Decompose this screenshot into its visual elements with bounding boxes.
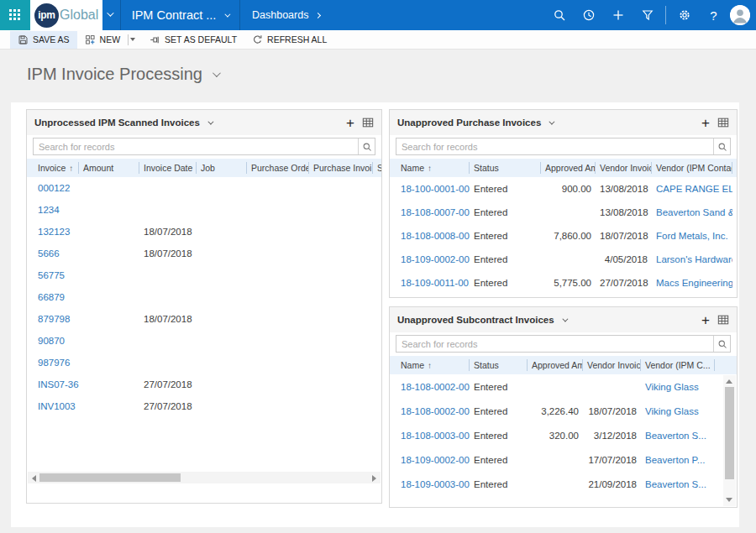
table-row[interactable]: 18-109-0003-001 (E...Entered21/09/2018Be… bbox=[396, 472, 724, 496]
panel-title[interactable]: Unapproved Purchase Invoices bbox=[397, 118, 541, 128]
column-header[interactable]: Approved Am... bbox=[541, 162, 596, 174]
column-header[interactable]: Status bbox=[470, 162, 541, 174]
column-header[interactable]: Purchase Invoi... bbox=[309, 162, 373, 174]
column-header[interactable]: Invoice Date bbox=[139, 162, 197, 174]
table-row[interactable]: 1234 bbox=[34, 199, 381, 221]
chevron-down-icon[interactable] bbox=[562, 316, 568, 321]
record-link[interactable]: 18-108-0002-004 (W... bbox=[396, 406, 470, 416]
record-link[interactable]: 18-108-0007-001 (C... bbox=[396, 207, 470, 217]
chevron-down-icon[interactable] bbox=[107, 9, 113, 16]
table-row[interactable]: INV100327/07/2018 bbox=[34, 395, 381, 417]
search-input[interactable] bbox=[396, 138, 731, 155]
add-record-icon[interactable]: + bbox=[701, 313, 710, 327]
record-link[interactable]: Beaverton Sand & G... bbox=[652, 207, 732, 217]
record-link[interactable]: Viking Glass bbox=[641, 406, 715, 416]
scrollbar-thumb[interactable] bbox=[39, 473, 181, 482]
table-row[interactable]: 000122 bbox=[34, 177, 381, 199]
search-icon[interactable] bbox=[713, 138, 730, 154]
table-row[interactable]: INS07-3627/07/2018 bbox=[34, 374, 381, 395]
table-row[interactable]: 18-108-0002-003 (W...EnteredViking Glass bbox=[396, 374, 724, 399]
open-grid-icon[interactable] bbox=[362, 117, 374, 128]
table-row[interactable]: 56775 bbox=[34, 264, 381, 286]
horizontal-scrollbar[interactable] bbox=[28, 472, 381, 483]
record-link[interactable]: 879798 bbox=[34, 314, 79, 324]
record-link[interactable]: 18-108-0003-001 (E... bbox=[396, 431, 470, 441]
record-link[interactable]: 66879 bbox=[34, 292, 79, 302]
settings-gear-icon[interactable] bbox=[669, 0, 699, 30]
table-row[interactable]: 987976 bbox=[34, 352, 381, 374]
scroll-down-arrow[interactable] bbox=[726, 498, 732, 502]
column-header[interactable]: Approved Am... bbox=[528, 359, 583, 371]
column-header[interactable]: Vendor (IPM Contact) (... bbox=[652, 162, 732, 174]
table-row[interactable]: 18-109-0002-001 (P...Entered17/07/2018Be… bbox=[396, 447, 724, 472]
record-link[interactable]: Beaverton S... bbox=[641, 479, 715, 489]
chevron-down-icon[interactable] bbox=[207, 118, 213, 124]
column-header[interactable]: Amount bbox=[79, 162, 139, 174]
scroll-left-arrow[interactable] bbox=[32, 475, 36, 482]
record-link[interactable]: CAPE RANGE ELECT... bbox=[652, 184, 732, 194]
add-record-icon[interactable]: + bbox=[701, 116, 710, 130]
record-link[interactable]: Beaverton P... bbox=[641, 455, 715, 465]
quick-create-icon[interactable] bbox=[603, 0, 633, 30]
set-as-default-button[interactable]: SET AS DEFAULT bbox=[142, 31, 244, 49]
record-link[interactable]: INV1003 bbox=[34, 401, 79, 411]
user-avatar[interactable] bbox=[730, 5, 750, 25]
record-link[interactable]: 18-109-0003-001 (E... bbox=[396, 479, 470, 489]
record-link[interactable]: INS07-36 bbox=[34, 379, 79, 389]
scrollbar-thumb[interactable] bbox=[725, 387, 734, 479]
table-row[interactable]: 18-108-0003-001 (E...Entered320.003/12/2… bbox=[396, 423, 724, 447]
record-link[interactable]: Beaverton S... bbox=[641, 431, 715, 441]
table-row[interactable]: 90870 bbox=[34, 330, 381, 352]
panel-title[interactable]: Unprocessed IPM Scanned Invoices bbox=[34, 118, 200, 128]
record-link[interactable]: 56775 bbox=[34, 270, 79, 280]
record-link[interactable]: 18-108-0002-003 (W... bbox=[396, 382, 470, 392]
more-commands-caret[interactable] bbox=[130, 38, 135, 41]
search-input[interactable] bbox=[396, 335, 731, 353]
vertical-scrollbar[interactable] bbox=[723, 375, 736, 506]
table-row[interactable]: 66879 bbox=[34, 286, 381, 308]
record-link[interactable]: 1234 bbox=[34, 205, 79, 215]
record-link[interactable]: 5666 bbox=[34, 248, 79, 259]
record-link[interactable]: 18-109-0002-001 (P... bbox=[396, 455, 470, 465]
table-row[interactable]: 18-108-0007-001 (C...Entered13/08/2018Be… bbox=[396, 201, 737, 224]
table-row[interactable]: 18-109-0002-001 (H...Entered4/05/2018Lar… bbox=[396, 248, 737, 271]
chevron-down-icon[interactable] bbox=[549, 118, 555, 124]
record-link[interactable]: 18-109-0011-001 (St... bbox=[396, 278, 470, 288]
search-input[interactable] bbox=[33, 138, 375, 155]
open-grid-icon[interactable] bbox=[717, 117, 729, 128]
search-icon[interactable] bbox=[358, 138, 375, 154]
record-link[interactable]: 90870 bbox=[34, 336, 79, 346]
app-launcher-button[interactable] bbox=[0, 0, 30, 30]
save-as-button[interactable]: SAVE AS bbox=[10, 31, 77, 49]
record-link[interactable]: 987976 bbox=[34, 358, 79, 368]
help-icon[interactable]: ? bbox=[699, 0, 728, 30]
app-switcher[interactable]: IPM Contract ... bbox=[120, 0, 240, 30]
search-icon[interactable] bbox=[544, 0, 574, 30]
table-row[interactable]: 87979818/07/2018 bbox=[34, 308, 381, 330]
record-link[interactable]: Macs Engineering Pt... bbox=[652, 278, 732, 288]
new-button[interactable]: NEW bbox=[77, 31, 129, 49]
scroll-right-arrow[interactable] bbox=[372, 475, 376, 482]
panel-title[interactable]: Unapproved Subcontract Invoices bbox=[397, 315, 554, 325]
page-title[interactable]: IPM Invoice Processing bbox=[27, 65, 218, 84]
record-link[interactable]: 18-109-0002-001 (H... bbox=[396, 254, 470, 264]
column-header[interactable]: Vendor Invoice... bbox=[596, 162, 652, 174]
record-link[interactable]: Ford Metals, Inc. bbox=[652, 231, 732, 241]
table-row[interactable]: 566618/07/2018 bbox=[34, 243, 381, 264]
scroll-up-arrow[interactable] bbox=[726, 379, 732, 384]
add-record-icon[interactable]: + bbox=[346, 116, 354, 130]
record-link[interactable]: Viking Glass bbox=[641, 382, 715, 392]
column-header[interactable]: Purchase Order bbox=[247, 162, 309, 174]
column-header[interactable]: Invoice↑ bbox=[34, 162, 79, 174]
column-header[interactable]: Vendor Invoice.. bbox=[583, 359, 641, 371]
breadcrumb[interactable]: Dashboards bbox=[252, 0, 320, 30]
refresh-all-button[interactable]: REFRESH ALL bbox=[244, 31, 334, 49]
record-link[interactable]: Larson's Hardware bbox=[652, 254, 732, 264]
record-link[interactable]: 000122 bbox=[34, 183, 79, 193]
table-row[interactable]: 18-109-0011-001 (St...Entered5,775.0027/… bbox=[396, 271, 737, 295]
record-link[interactable]: 18-100-0001-001 (C... bbox=[396, 184, 470, 194]
column-header[interactable]: Job bbox=[197, 162, 247, 174]
brand-logo[interactable]: ipm Global bbox=[30, 0, 102, 30]
record-link[interactable]: 18-108-0008-001 (St... bbox=[396, 231, 470, 241]
column-header[interactable]: Status bbox=[470, 359, 528, 371]
